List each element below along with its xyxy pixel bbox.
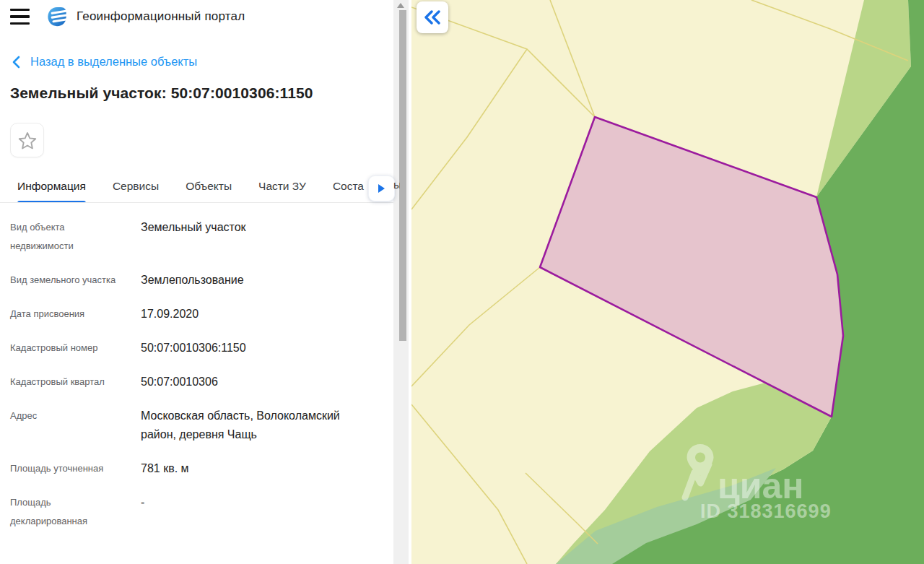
panel-scrollbar[interactable] — [393, 0, 409, 564]
info-grid: Вид объекта недвижимости Земельный участ… — [10, 218, 389, 546]
star-icon — [18, 131, 37, 149]
tab-informatsiya[interactable]: Информация — [17, 180, 86, 202]
scrollbar-thumb[interactable] — [399, 10, 406, 341]
info-row: Вид объекта недвижимости Земельный участ… — [10, 218, 389, 256]
hamburger-menu-icon[interactable] — [10, 9, 30, 25]
info-label: Вид земельного участка — [10, 271, 141, 290]
info-row: Площадь декларированная - — [10, 493, 389, 531]
info-row: Кадастровый номер 50:07:0010306:1150 — [10, 339, 389, 357]
info-value: 781 кв. м — [141, 459, 362, 478]
info-value: 50:07:0010306 — [141, 373, 362, 391]
geoportal-logo-icon — [46, 6, 68, 27]
info-row: Площадь уточненная 781 кв. м — [10, 459, 389, 478]
info-value: - — [141, 493, 362, 531]
triangle-right-icon — [378, 184, 385, 193]
info-label: Адрес — [10, 407, 141, 444]
page-title: Земельный участок: 50:07:0010306:1150 — [10, 84, 399, 102]
info-row: Дата присвоения 17.09.2020 — [10, 305, 389, 324]
chevron-left-icon — [12, 56, 20, 69]
info-row: Адрес Московская область, Волоколамский … — [10, 407, 389, 444]
back-link[interactable]: Назад в выделенные объекты — [12, 55, 399, 69]
tabs-scroll-right-button[interactable] — [368, 175, 395, 201]
info-value: 50:07:0010306:1150 — [141, 339, 362, 357]
info-value: Московская область, Волоколамский район,… — [141, 407, 362, 444]
tab-sostav[interactable]: Соста — [333, 180, 364, 202]
app-header: Геоинформационный портал — [0, 0, 399, 33]
double-chevron-left-icon — [424, 10, 441, 25]
info-value: Землепользование — [141, 271, 362, 290]
tab-servisy[interactable]: Сервисы — [113, 180, 159, 202]
info-value: Земельный участок — [141, 218, 362, 256]
map-canvas: циан ID 318316699 — [411, 0, 924, 564]
tab-clipped-fragment: ы — [393, 178, 400, 191]
object-info-panel: Геоинформационный портал Назад в выделен… — [0, 0, 411, 564]
info-label: Кадастровый номер — [10, 339, 141, 357]
info-value: 17.09.2020 — [141, 305, 362, 324]
info-label: Площадь декларированная — [10, 493, 141, 531]
map-collapse-panel-button[interactable] — [417, 1, 448, 33]
info-label: Площадь уточненная — [10, 459, 141, 478]
tabbar: Информация Сервисы Объекты Части ЗУ Сост… — [0, 172, 399, 203]
scrollbar-up-arrow-icon[interactable] — [397, 3, 404, 8]
app-title: Геоинформационный портал — [77, 9, 245, 24]
favorite-button[interactable] — [10, 123, 44, 157]
watermark-id: ID 318316699 — [700, 500, 832, 522]
tab-obekty[interactable]: Объекты — [186, 180, 232, 202]
map-viewport[interactable]: циан ID 318316699 — [411, 0, 924, 564]
info-row: Вид земельного участка Землепользование — [10, 271, 389, 290]
info-label: Дата присвоения — [10, 305, 141, 324]
back-link-label: Назад в выделенные объекты — [30, 55, 197, 69]
info-label: Кадастровый квартал — [10, 373, 141, 391]
tab-chasti-zu[interactable]: Части ЗУ — [258, 180, 306, 202]
info-label: Вид объекта недвижимости — [10, 218, 141, 256]
info-row: Кадастровый квартал 50:07:0010306 — [10, 373, 389, 391]
